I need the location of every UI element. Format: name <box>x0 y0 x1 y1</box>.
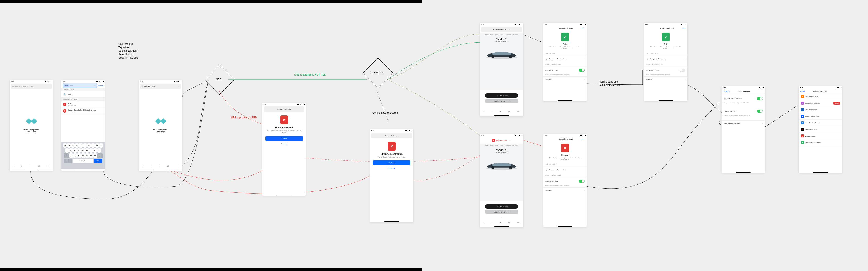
row-protect-site[interactable]: Protect This Site <box>644 67 687 74</box>
suggest-row[interactable]: 🔍 tesla <box>61 91 105 98</box>
row-settings[interactable]: Settings › <box>644 76 687 82</box>
clear-icon[interactable]: ✕ <box>94 85 96 87</box>
untrusted-title: Untrusted certificates <box>381 153 403 155</box>
nav-back[interactable]: ‹ <box>13 164 14 167</box>
row-encrypted[interactable]: Encrypted Connection › <box>543 56 587 62</box>
site-row[interactable]: Twww.tesla.com <box>799 133 842 139</box>
nav-back[interactable]: ‹ <box>484 110 484 113</box>
nav-add[interactable]: + <box>499 221 501 224</box>
reload-icon[interactable]: ⟳ <box>510 139 511 141</box>
keyboard[interactable]: QWERTYUIOP ASDFGHJKL ⇧ ZXCVBNM ⌫ 123 spa… <box>61 142 105 169</box>
shield-red-icon <box>280 115 288 124</box>
nav-more[interactable]: ⋯ <box>47 164 50 167</box>
nav-add[interactable]: + <box>499 110 501 113</box>
settings-title: Content Blocking <box>730 90 755 92</box>
url-bar[interactable]: Search or enter address <box>11 84 52 89</box>
back-button[interactable]: ‹ Back <box>800 90 805 92</box>
chevron-down-icon[interactable]: ⌄ <box>501 216 502 218</box>
note-srs-red: SRS reputation is RED <box>231 116 257 119</box>
shield-green-icon <box>561 33 569 42</box>
done-button[interactable]: Done <box>581 27 585 29</box>
row-settings[interactable]: Settings › <box>543 187 587 193</box>
site-row[interactable]: Nwww.netflix.com <box>799 126 842 133</box>
nav-add[interactable]: + <box>158 164 160 167</box>
proceed-link[interactable]: Proceed <box>281 143 287 145</box>
protect-this-toggle[interactable] <box>757 110 763 113</box>
panel-unsafe-sub: This site has been compromised or involv… <box>548 157 582 160</box>
protect-toggle[interactable] <box>579 69 585 72</box>
status-icons <box>44 81 52 82</box>
cta-existing-inventory[interactable]: EXISTING INVENTORY <box>485 210 518 214</box>
protect-toggle[interactable] <box>579 180 585 183</box>
nav-tabs[interactable]: ⧉ <box>508 221 510 224</box>
url-bar-red[interactable]: ✕ www.tesla.com ⟳ <box>481 138 522 143</box>
nav-forward[interactable]: › <box>492 221 492 224</box>
nav-back[interactable]: ‹ <box>484 221 484 224</box>
nav-back[interactable]: ‹ <box>143 164 143 167</box>
row-protect-this[interactable]: Protect This Site <box>721 108 765 114</box>
back-button[interactable]: ‹ Settings <box>723 90 730 92</box>
lock-icon <box>385 135 386 137</box>
done-button[interactable]: Done <box>682 27 686 29</box>
reload-icon[interactable]: ⟳ <box>509 29 510 30</box>
cta-custom-order[interactable]: CUSTOM ORDER <box>485 93 518 98</box>
screen-home-loaded: 9:41 www.tesla.com ✕ Brand ConfigurableH… <box>139 80 182 171</box>
panel-unsafe-title: Unsafe <box>548 154 582 157</box>
nav-tabs[interactable]: ⧉ <box>508 110 510 113</box>
nav-forward[interactable]: › <box>21 164 22 167</box>
svg-rect-14 <box>546 170 547 171</box>
nav-add[interactable]: + <box>29 164 31 167</box>
row-see-unprotected[interactable]: See Unprotected Sites › <box>721 120 765 127</box>
untrusted-subtitle: The certificates for this site are not t… <box>377 156 405 158</box>
url-bar[interactable]: www.tesla.com ✕ <box>140 84 181 89</box>
panel-safe-sub: The site has not been listed as compromi… <box>548 46 582 49</box>
unprotected-title: Unprotected Sites <box>805 90 835 92</box>
protect-toggle[interactable] <box>680 69 685 72</box>
typed-query: tesla <box>64 84 69 87</box>
shield-red-icon <box>561 143 569 153</box>
cta-custom-order[interactable]: CUSTOM ORDER <box>485 204 518 209</box>
go-back-button[interactable]: Go Back <box>265 136 303 141</box>
suggest-row[interactable]: T Teslawww.tesla.com <box>61 101 105 108</box>
cancel-button[interactable]: Cancel <box>98 85 103 87</box>
row-settings[interactable]: Settings › <box>543 76 587 82</box>
nav-tabs[interactable]: ⧉ <box>167 164 169 167</box>
site-row[interactable]: fwww.facebook.com <box>799 119 842 126</box>
url-bar-active[interactable]: tesla .com ✕ <box>63 83 97 88</box>
suggest-row[interactable]: T Electric Cars, Solar & Clean Energy...… <box>61 108 105 114</box>
row-block-all[interactable]: Block All Ads & Trackers <box>721 95 765 102</box>
nav-more[interactable]: ⋯ <box>517 221 520 224</box>
url-bar[interactable]: www.tesla.com <box>371 133 412 138</box>
nav-more[interactable]: ⋯ <box>176 164 179 167</box>
nav-tabs[interactable]: ⧉ <box>38 164 40 167</box>
row-encrypted[interactable]: Encrypted Connection › <box>644 56 687 62</box>
proceed-link[interactable]: Proceed <box>389 167 395 169</box>
unset-button[interactable]: Unset <box>833 102 840 105</box>
site-row[interactable]: wwww.whazook.comUnset <box>799 100 842 107</box>
shield-green-icon <box>662 33 670 42</box>
clear-icon[interactable]: ✕ <box>178 85 180 87</box>
screen-car-safe: 9:41 www.tesla.com ⟳ Model SModel 3Model… <box>480 23 523 116</box>
site-row[interactable]: ●www.tripadvisor.com <box>799 139 842 146</box>
url-bar[interactable]: www.tesla.com <box>264 107 304 112</box>
go-back-button[interactable]: Go Back <box>373 161 410 165</box>
nav-forward[interactable]: › <box>492 110 492 113</box>
url-bar[interactable]: www.tesla.com ⟳ <box>481 27 522 32</box>
row-encrypted[interactable]: Encrypted Connection › <box>543 167 587 173</box>
cta-existing-inventory[interactable]: EXISTING INVENTORY <box>485 99 518 103</box>
svg-rect-4 <box>385 136 386 136</box>
nav-more[interactable]: ⋯ <box>517 110 520 113</box>
site-row[interactable]: ◆www.dropbox.com <box>799 113 842 119</box>
url-placeholder: Search or enter address <box>15 85 33 87</box>
home-caption: Brand ConfigurableHome Page <box>24 129 39 133</box>
chevron-down-icon[interactable]: ⌄ <box>501 105 502 108</box>
site-row[interactable]: awww.artsdio.com <box>799 93 842 100</box>
site-row[interactable]: Cwww.chase.com <box>799 107 842 113</box>
done-button[interactable]: Done <box>581 138 585 140</box>
panel-safe-on: 9:41 www.tesla.com Done Safe The site ha… <box>543 23 587 101</box>
search-icon <box>12 85 14 87</box>
row-protect-site[interactable]: Protect This Site <box>543 67 587 74</box>
nav-forward[interactable]: › <box>151 164 151 167</box>
block-all-toggle[interactable] <box>757 97 763 100</box>
row-protect-site[interactable]: Protect This Site <box>543 178 587 184</box>
